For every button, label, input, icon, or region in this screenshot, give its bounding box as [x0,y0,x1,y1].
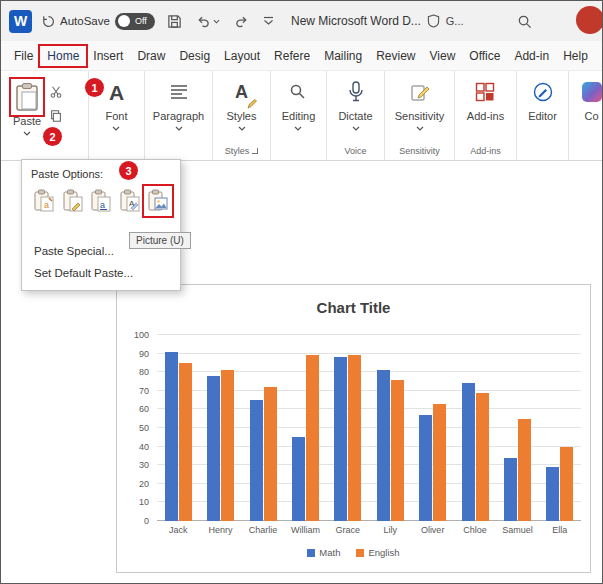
copilot-button[interactable]: Co [582,77,602,122]
chart-object[interactable]: Chart Title 0102030405060708090100 JackH… [116,284,591,573]
x-tick-label: Henry [199,525,241,535]
x-tick-label: William [284,525,326,535]
y-tick-label: 40 [139,442,149,452]
styles-dialog-launcher[interactable] [252,148,258,154]
tab-file[interactable]: File [7,46,40,66]
paste-option-picture[interactable] [146,188,170,214]
bar-math-william [292,437,305,521]
tab-help[interactable]: Help [556,46,595,66]
editor-button-label: Editor [528,110,557,122]
editing-chevron-icon [294,126,302,131]
tab-insert[interactable]: Insert [86,46,130,66]
font-chevron-icon [112,126,120,131]
dictate-button[interactable]: Dictate [338,77,372,131]
bar-group-grace [327,335,369,521]
tab-draw[interactable]: Draw [130,46,172,66]
redo-button[interactable] [232,12,251,31]
editing-button[interactable]: Editing [282,77,316,131]
styles-button[interactable]: A Styles [227,77,257,131]
paste-options-row: a a A [22,184,180,216]
account-avatar[interactable] [576,6,603,34]
word-logo-icon: W [9,10,32,33]
ribbon-tab-row: File Home Insert Draw Desig Layout Refer… [1,41,602,71]
paste-option-use-destination-styles[interactable]: a [89,188,113,214]
dictate-button-label: Dictate [338,110,372,122]
quick-access-toolbar: W AutoSave Off [1,10,276,33]
editor-button[interactable]: Editor [528,77,557,122]
sensitivity-button-label: Sensitivity [395,110,445,122]
bar-group-chloe [454,335,496,521]
tab-design[interactable]: Desig [172,46,217,66]
chart-title: Chart Title [117,299,590,316]
chart-y-axis: 0102030405060708090100 [123,335,153,521]
tab-mailings[interactable]: Mailing [317,46,369,66]
bar-group-william [284,335,326,521]
paste-option-keep-source-formatting[interactable]: a [32,188,56,214]
titlebar: W AutoSave Off [1,1,602,41]
addins-button[interactable]: Add-ins [467,77,504,122]
paste-option-keep-text-only[interactable]: A [118,188,142,214]
bar-math-jack [165,352,178,521]
paragraph-button[interactable]: Paragraph [153,77,204,131]
y-tick-label: 60 [139,404,149,414]
paste-dropdown-chevron[interactable] [23,131,31,136]
addins-grid-icon [475,77,495,107]
x-tick-label: Lily [369,525,411,535]
bar-math-ella [546,467,559,521]
tab-view[interactable]: View [423,46,463,66]
undo-button[interactable] [194,12,222,31]
quick-access-menu-button[interactable] [261,14,276,28]
x-tick-label: Grace [327,525,369,535]
autosave-icon [42,15,55,28]
editing-magnifier-icon [289,77,307,107]
save-button[interactable] [165,12,184,31]
svg-text:a: a [100,200,105,210]
tab-home[interactable]: Home [40,46,86,66]
legend-swatch [307,549,315,557]
y-tick-label: 70 [139,386,149,396]
tab-office[interactable]: Office [462,46,507,66]
ribbon-group-editing: Editing [271,71,327,160]
svg-text:a: a [44,200,49,210]
autosave-control: AutoSave Off [42,13,155,30]
menu-item-set-default-paste[interactable]: Set Default Paste... [22,262,180,284]
bar-group-lily [369,335,411,521]
legend-label: Math [319,547,340,558]
tab-layout[interactable]: Layout [217,46,267,66]
bar-english-lily [391,380,404,521]
copy-button[interactable] [49,109,63,123]
picture-icon [147,189,169,213]
search-button[interactable] [515,12,534,31]
bar-group-jack [157,335,199,521]
annotation-step-1: 1 [85,78,104,97]
paste-option-merge-formatting[interactable] [61,188,85,214]
sensitivity-badge[interactable]: G... [446,15,464,27]
legend-item-english: English [356,547,399,558]
chart-legend: MathEnglish [117,547,590,558]
bar-group-henry [199,335,241,521]
toggle-state-label: Off [135,16,147,26]
sensitivity-icon [410,77,430,107]
editor-pen-icon [533,77,553,107]
x-tick-label: Chloe [454,525,496,535]
y-tick-label: 50 [139,423,149,433]
tab-review[interactable]: Review [369,46,422,66]
legend-swatch [356,549,364,557]
shield-icon [427,14,440,28]
paste-options-menu: Paste Options: a a A Paste Special... Se… [21,159,181,291]
styles-icon: A [235,77,248,107]
ribbon-group-paragraph: Paragraph [145,71,213,160]
cut-button[interactable] [49,85,63,99]
sensitivity-button[interactable]: Sensitivity [395,77,445,131]
chart-x-axis: JackHenryCharlieWilliamGraceLilyOliverCh… [157,525,581,535]
paste-button[interactable]: Paste [13,77,41,136]
tab-references[interactable]: Refere [267,46,317,66]
tab-addins[interactable]: Add-in [507,46,556,66]
font-button[interactable]: A Font [105,77,127,131]
font-icon: A [109,77,124,107]
x-tick-label: Samuel [496,525,538,535]
autosave-toggle[interactable]: Off [115,13,155,30]
dictate-chevron-icon [352,126,360,131]
bar-math-oliver [419,415,432,521]
y-tick-label: 30 [139,460,149,470]
